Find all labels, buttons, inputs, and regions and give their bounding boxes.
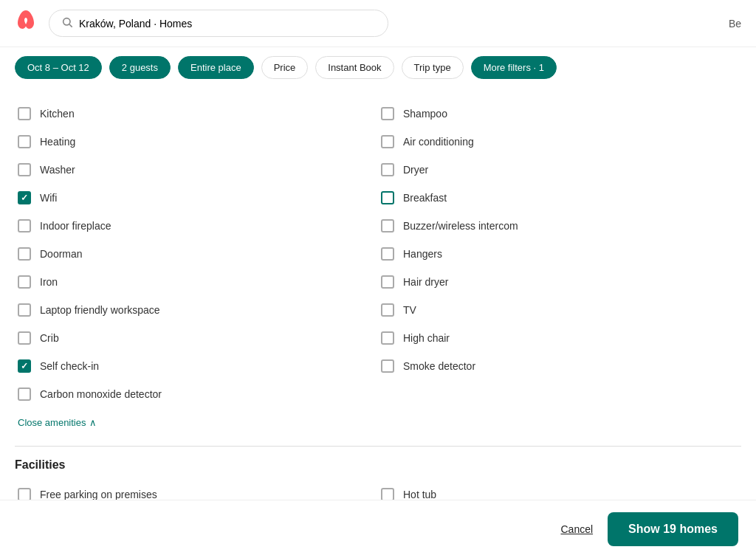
amenity-item-buzzer: Buzzer/wireless intercom xyxy=(378,212,741,240)
amenity-item-dryer: Dryer xyxy=(378,156,741,184)
chevron-up-icon: ∧ xyxy=(89,417,97,428)
divider xyxy=(15,446,741,447)
airbnb-logo[interactable] xyxy=(15,9,37,38)
label-laptop-workspace: Laptop friendly workspace xyxy=(40,304,160,316)
label-breakfast: Breakfast xyxy=(403,192,447,204)
amenity-item-heating: Heating xyxy=(15,128,378,156)
amenity-item-indoor-fireplace: Indoor fireplace xyxy=(15,212,378,240)
filter-bar: Oct 8 – Oct 122 guestsEntire placePriceI… xyxy=(0,47,756,88)
checkbox-washer[interactable] xyxy=(18,163,31,176)
checkbox-hangers[interactable] xyxy=(381,247,394,261)
label-high-chair: High chair xyxy=(403,332,450,344)
checkbox-shampoo[interactable] xyxy=(381,107,394,120)
amenity-item-shampoo: Shampoo xyxy=(378,100,741,128)
amenity-item-self-checkin: Self check-in xyxy=(15,352,378,380)
label-smoke-detector: Smoke detector xyxy=(403,360,475,372)
search-icon xyxy=(61,16,73,30)
show-homes-button[interactable]: Show 19 homes xyxy=(608,512,738,520)
label-washer: Washer xyxy=(40,164,75,176)
amenity-item-hair-dryer: Hair dryer xyxy=(378,268,741,296)
checkbox-carbon-monoxide[interactable] xyxy=(18,388,31,401)
amenities-left-col: KitchenHeatingWasherWifiIndoor fireplace… xyxy=(15,100,378,408)
label-dryer: Dryer xyxy=(403,164,428,176)
search-input[interactable] xyxy=(79,18,376,30)
filter-btn-guests[interactable]: 2 guests xyxy=(109,56,171,79)
svg-line-1 xyxy=(69,24,72,27)
checkbox-heating[interactable] xyxy=(18,135,31,148)
checkbox-doorman[interactable] xyxy=(18,247,31,261)
header-user: Be xyxy=(729,18,741,30)
amenities-right-col: ShampooAir conditioningDryerBreakfastBuz… xyxy=(378,100,741,408)
amenity-item-carbon-monoxide: Carbon monoxide detector xyxy=(15,380,378,408)
amenity-item-hangers: Hangers xyxy=(378,240,741,268)
checkbox-iron[interactable] xyxy=(18,275,31,289)
label-iron: Iron xyxy=(40,276,58,288)
amenities-grid: KitchenHeatingWasherWifiIndoor fireplace… xyxy=(15,100,741,408)
label-heating: Heating xyxy=(40,136,75,148)
checkbox-indoor-fireplace[interactable] xyxy=(18,219,31,232)
filter-btn-instant-book[interactable]: Instant Book xyxy=(315,56,394,79)
facilities-title: Facilities xyxy=(15,458,741,472)
amenity-item-doorman: Doorman xyxy=(15,240,378,268)
checkbox-buzzer[interactable] xyxy=(381,219,394,232)
label-hangers: Hangers xyxy=(403,248,442,260)
checkbox-wifi[interactable] xyxy=(18,191,31,204)
filter-btn-trip-type[interactable]: Trip type xyxy=(402,56,464,79)
amenity-item-kitchen: Kitchen xyxy=(15,100,378,128)
checkbox-air-conditioning[interactable] xyxy=(381,135,394,148)
amenity-item-wifi: Wifi xyxy=(15,184,378,212)
checkbox-high-chair[interactable] xyxy=(381,331,394,345)
filter-btn-price[interactable]: Price xyxy=(261,56,309,79)
label-kitchen: Kitchen xyxy=(40,108,75,120)
label-hair-dryer: Hair dryer xyxy=(403,276,448,288)
label-free-parking: Free parking on premises xyxy=(40,489,157,500)
label-carbon-monoxide: Carbon monoxide detector xyxy=(40,388,162,400)
main-content: KitchenHeatingWasherWifiIndoor fireplace… xyxy=(0,88,756,520)
footer: Cancel Show 19 homes xyxy=(0,500,756,520)
label-crib: Crib xyxy=(40,332,59,344)
amenity-item-washer: Washer xyxy=(15,156,378,184)
label-tv: TV xyxy=(403,304,416,316)
amenity-item-smoke-detector: Smoke detector xyxy=(378,352,741,380)
checkbox-laptop-workspace[interactable] xyxy=(18,303,31,317)
checkbox-smoke-detector[interactable] xyxy=(381,359,394,373)
label-doorman: Doorman xyxy=(40,248,83,260)
label-air-conditioning: Air conditioning xyxy=(403,136,474,148)
filter-btn-dates[interactable]: Oct 8 – Oct 12 xyxy=(15,56,102,79)
amenity-item-laptop-workspace: Laptop friendly workspace xyxy=(15,296,378,324)
amenity-item-air-conditioning: Air conditioning xyxy=(378,128,741,156)
label-buzzer: Buzzer/wireless intercom xyxy=(403,220,518,232)
close-amenities-button[interactable]: Close amenities ∧ xyxy=(15,411,741,434)
label-shampoo: Shampoo xyxy=(403,108,447,120)
label-indoor-fireplace: Indoor fireplace xyxy=(40,220,111,232)
header: Be xyxy=(0,0,756,47)
checkbox-tv[interactable] xyxy=(381,303,394,317)
search-bar[interactable] xyxy=(49,10,388,37)
amenity-item-breakfast: Breakfast xyxy=(378,184,741,212)
checkbox-breakfast[interactable] xyxy=(381,191,394,204)
filter-btn-more-filters[interactable]: More filters · 1 xyxy=(471,56,557,79)
checkbox-crib[interactable] xyxy=(18,331,31,345)
label-self-checkin: Self check-in xyxy=(40,360,99,372)
amenity-item-high-chair: High chair xyxy=(378,324,741,352)
checkbox-hair-dryer[interactable] xyxy=(381,275,394,289)
amenity-item-iron: Iron xyxy=(15,268,378,296)
label-wifi: Wifi xyxy=(40,192,57,204)
filter-btn-entire-place[interactable]: Entire place xyxy=(178,56,254,79)
label-hot-tub: Hot tub xyxy=(403,489,436,500)
amenity-item-tv: TV xyxy=(378,296,741,324)
amenity-item-crib: Crib xyxy=(15,324,378,352)
checkbox-self-checkin[interactable] xyxy=(18,359,31,373)
checkbox-dryer[interactable] xyxy=(381,163,394,176)
svg-point-0 xyxy=(63,18,70,25)
checkbox-kitchen[interactable] xyxy=(18,107,31,120)
